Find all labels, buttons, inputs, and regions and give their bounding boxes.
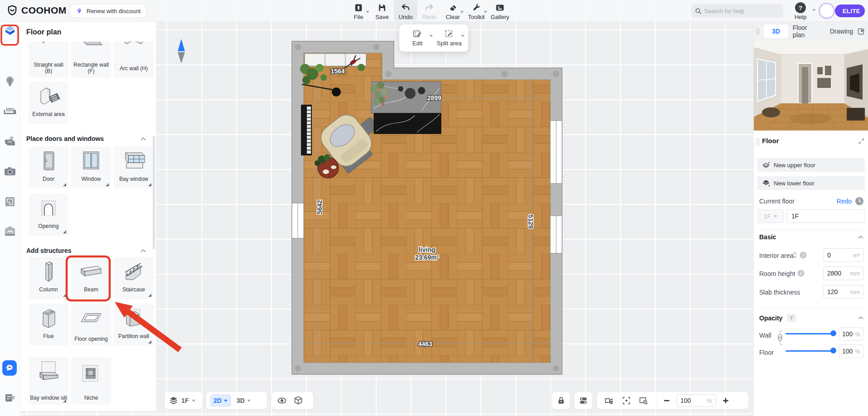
new-upper-floor-button[interactable]: New upper floor xyxy=(757,158,865,172)
room-height-input[interactable] xyxy=(827,270,847,277)
settings-pill[interactable] xyxy=(574,392,592,409)
zoom-to-area-button[interactable] xyxy=(636,393,651,408)
piano[interactable] xyxy=(301,105,312,155)
compass-icon[interactable] xyxy=(178,39,185,63)
walkthrough-button[interactable] xyxy=(601,393,617,408)
3d-preview-image[interactable] xyxy=(754,41,868,131)
floor-drag-handle-icon[interactable] xyxy=(756,138,760,146)
furnish-icon[interactable] xyxy=(4,106,16,119)
panel-scrollbar[interactable] xyxy=(153,136,155,249)
redo-button[interactable]: Redo xyxy=(417,0,441,20)
zoom-out-button[interactable] xyxy=(661,393,673,408)
wall-opacity-input[interactable] xyxy=(842,330,855,338)
clear-button[interactable]: Clear xyxy=(441,0,465,20)
upper-floor-icon xyxy=(762,161,770,169)
wall-opacity-field[interactable]: % xyxy=(839,327,863,341)
lower-floor-icon xyxy=(762,179,770,187)
floor-opacity-field[interactable]: % xyxy=(839,344,863,358)
visibility-button[interactable] xyxy=(274,393,290,408)
tool-card-external-area[interactable]: External area xyxy=(29,82,68,124)
undo-button[interactable]: Undo xyxy=(394,0,417,20)
3d-objects-button[interactable] xyxy=(291,393,306,408)
support-chat-button[interactable] xyxy=(2,360,17,376)
renew-discount-button[interactable]: Renew with discount xyxy=(69,4,147,18)
opacity-collapse-icon[interactable] xyxy=(858,316,863,319)
construction-drawing-icon[interactable] xyxy=(4,196,16,209)
toolkit-button[interactable]: Toolkit xyxy=(465,0,488,20)
basic-collapse-icon[interactable] xyxy=(858,236,863,239)
save-button[interactable]: Save xyxy=(370,0,394,20)
tool-card-staircase[interactable]: Staircase xyxy=(114,257,154,299)
edit-caret-icon xyxy=(429,35,433,37)
floor-name-input[interactable]: 1F xyxy=(786,209,865,223)
tab-drawing[interactable]: Drawing xyxy=(825,24,858,38)
floorplan-tool-icon[interactable] xyxy=(3,24,17,39)
floorplan-canvas[interactable]: 1564 2899 4463 5642 5129 living 23.69m² xyxy=(156,22,753,416)
help-search[interactable] xyxy=(691,4,783,18)
render-camera-icon[interactable] xyxy=(4,166,16,179)
interior-area-label: Interior area xyxy=(759,252,793,259)
drag-handle-icon[interactable] xyxy=(756,28,760,35)
gallery-button[interactable]: Gallery xyxy=(488,0,512,20)
history-clock-icon[interactable] xyxy=(855,197,864,206)
tool-card-niche[interactable]: Niche xyxy=(71,357,111,405)
tool-card-flue[interactable]: Flue xyxy=(29,304,68,346)
avatar[interactable] xyxy=(819,3,835,19)
panel-dock-icon[interactable] xyxy=(4,392,16,405)
center-view-button[interactable] xyxy=(619,393,634,408)
lock-pill[interactable] xyxy=(552,392,570,409)
gallery-home-icon[interactable] xyxy=(4,225,16,239)
expand-icon[interactable] xyxy=(858,138,864,144)
tool-card-bay-window-sill[interactable]: Bay window sill xyxy=(29,357,68,405)
slab-thickness-input[interactable] xyxy=(827,288,847,295)
edit-menu-item[interactable]: Edit xyxy=(404,29,431,47)
tool-card-window[interactable]: Window xyxy=(71,146,111,189)
zoom-input[interactable] xyxy=(680,397,701,404)
zoom-level-field[interactable]: % xyxy=(676,394,716,407)
tool-card-column[interactable]: Column xyxy=(29,257,68,299)
redo-floor-link[interactable]: Redo xyxy=(837,198,852,205)
inspiration-icon[interactable] xyxy=(4,75,16,90)
tool-card-partition-wall[interactable]: Partition wall xyxy=(114,304,154,346)
interior-area-input[interactable] xyxy=(827,252,847,259)
file-button[interactable]: File xyxy=(347,0,370,20)
divider xyxy=(656,396,656,405)
collapse-chevron-icon[interactable] xyxy=(141,137,146,140)
tool-card-rectangle-wall[interactable]: Rectangle wall (F) xyxy=(71,36,111,78)
tool-card-straight-wall[interactable]: Straight wall (B) xyxy=(29,36,68,78)
float-panel-icon[interactable] xyxy=(858,28,864,35)
tool-card-beam[interactable]: Beam xyxy=(71,257,111,299)
split-area-menu-item[interactable]: Split area xyxy=(436,29,463,47)
slab-thickness-field[interactable]: mm xyxy=(823,285,864,299)
floor-selector-pill[interactable]: 1F xyxy=(165,392,203,409)
floor-caret-icon xyxy=(192,400,195,402)
tool-card-door[interactable]: Door xyxy=(29,146,68,189)
coohom-logo[interactable]: COOHOM xyxy=(6,5,67,16)
search-input[interactable] xyxy=(704,8,777,15)
floor-select-caret-icon xyxy=(774,215,777,218)
floor-opacity-slider[interactable] xyxy=(786,348,835,354)
tool-card-bay-window[interactable]: Bay window xyxy=(114,146,154,189)
tool-card-floor-opening[interactable]: Floor opening xyxy=(71,304,111,346)
sort-icon[interactable] xyxy=(793,252,797,258)
plan-badge[interactable]: ELITE xyxy=(835,5,865,17)
view-3d-button[interactable]: 3D xyxy=(237,397,251,404)
tab-3d[interactable]: 3D xyxy=(764,24,788,38)
tab-floor-plan[interactable]: Floor plan xyxy=(788,24,825,38)
zoom-in-button[interactable] xyxy=(720,393,732,408)
svg-text:i: i xyxy=(800,271,802,276)
tool-card-opening[interactable]: Opening xyxy=(29,193,68,236)
view-2d-button[interactable]: 2D xyxy=(210,394,231,407)
customize-icon[interactable] xyxy=(4,135,16,149)
tool-card-arc-wall[interactable]: Arc wall (H) xyxy=(114,36,154,78)
floor-opacity-input[interactable] xyxy=(842,348,855,355)
link-values-icon[interactable] xyxy=(774,330,784,345)
kitchen-counter[interactable] xyxy=(371,82,441,134)
room-height-field[interactable]: mm xyxy=(823,266,864,280)
help-button[interactable]: ? Help xyxy=(791,1,810,20)
floor-level-select[interactable]: 1F xyxy=(757,209,784,223)
collapse-chevron-icon[interactable] xyxy=(141,249,146,252)
new-lower-floor-button[interactable]: New lower floor xyxy=(757,176,865,190)
interior-area-field[interactable]: m² xyxy=(823,248,864,262)
wall-opacity-slider[interactable] xyxy=(786,330,835,337)
